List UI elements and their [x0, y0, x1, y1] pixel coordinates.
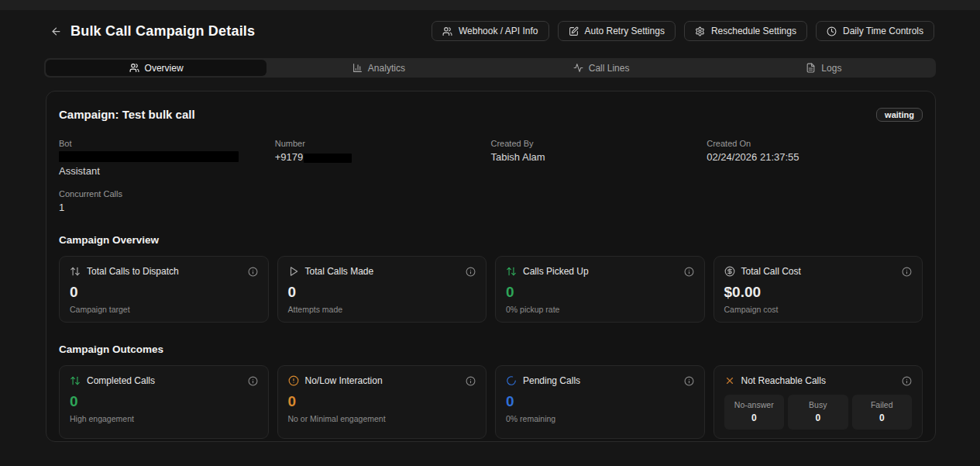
- card-subtitle: High engagement: [70, 414, 258, 423]
- card-title: Total Calls Made: [305, 266, 374, 277]
- info-icon[interactable]: [248, 376, 258, 386]
- button-label: Daily Time Controls: [843, 26, 923, 36]
- x-icon: [724, 375, 735, 386]
- card-value: 0: [506, 393, 694, 410]
- users-icon: [129, 63, 139, 73]
- card-subtitle: Campaign target: [70, 305, 258, 314]
- card-title: No/Low Interaction: [305, 375, 383, 386]
- field-label: Created By: [491, 139, 707, 148]
- substat-value: 0: [815, 412, 820, 423]
- tab-label: Call Lines: [589, 63, 630, 74]
- card-completed-calls: Completed Calls 0 High engagement: [59, 365, 269, 439]
- auto-retry-settings-button[interactable]: Auto Retry Settings: [558, 21, 676, 41]
- substat-busy: Busy 0: [788, 395, 848, 430]
- campaign-title: Campaign: Test bulk call: [59, 108, 195, 121]
- outcome-cards: Completed Calls 0 High engagement No/Low…: [59, 365, 923, 439]
- reschedule-settings-button[interactable]: Reschedule Settings: [684, 21, 807, 41]
- field-label: Concurrent Calls: [59, 189, 923, 198]
- card-pending-calls: Pending Calls 0 0% remaining: [495, 365, 705, 439]
- top-window-strip: [0, 0, 980, 10]
- button-label: Auto Retry Settings: [585, 26, 665, 36]
- info-icon[interactable]: [684, 376, 694, 386]
- info-icon[interactable]: [902, 376, 912, 386]
- play-icon: [288, 266, 299, 277]
- arrows-up-down-icon: [506, 266, 517, 277]
- substat-failed: Failed 0: [852, 395, 913, 430]
- card-calls-picked-up: Calls Picked Up 0 0% pickup rate: [495, 256, 705, 323]
- not-reachable-substats: No-answer 0 Busy 0 Failed 0: [724, 395, 913, 430]
- card-value: 0: [288, 393, 476, 410]
- arrows-up-down-icon: [70, 266, 81, 277]
- card-subtitle: 0% remaining: [506, 414, 694, 423]
- info-icon[interactable]: [466, 376, 476, 386]
- tab-overview[interactable]: Overview: [46, 60, 266, 76]
- tab-call-lines[interactable]: Call Lines: [491, 60, 712, 76]
- users-icon: [442, 26, 452, 36]
- bar-chart-icon: [352, 63, 363, 73]
- card-not-reachable-calls: Not Reachable Calls No-answer 0 Busy 0 F…: [714, 365, 923, 439]
- campaign-details-panel: Campaign: Test bulk call waiting Bot Ass…: [46, 91, 936, 442]
- tab-bar: Overview Analytics Call Lines Logs: [44, 58, 936, 78]
- redacted-value: [304, 154, 352, 163]
- card-no-low-interaction: No/Low Interaction 0 No or Minimal engag…: [277, 365, 487, 439]
- field-created-on: Created On 02/24/2026 21:37:55: [707, 139, 923, 177]
- activity-icon: [573, 63, 583, 73]
- card-subtitle: 0% pickup rate: [506, 305, 694, 314]
- info-icon[interactable]: [684, 267, 694, 277]
- info-icon[interactable]: [248, 267, 258, 277]
- card-title: Calls Picked Up: [523, 266, 589, 277]
- alert-circle-icon: [288, 375, 299, 386]
- field-bot: Bot Assistant: [59, 139, 275, 177]
- button-label: Webhook / API Info: [459, 26, 538, 36]
- field-value: Tabish Alam: [491, 151, 707, 163]
- arrow-left-icon: [50, 26, 62, 37]
- loader-icon: [506, 375, 517, 386]
- field-value: Assistant: [59, 165, 275, 177]
- tab-analytics[interactable]: Analytics: [268, 60, 489, 76]
- tab-label: Analytics: [368, 63, 405, 74]
- card-value: $0.00: [724, 284, 913, 301]
- substat-label: Busy: [809, 400, 827, 409]
- substat-label: Failed: [871, 400, 893, 409]
- card-title: Total Call Cost: [741, 266, 801, 277]
- daily-time-controls-button[interactable]: Daily Time Controls: [816, 21, 934, 41]
- field-value: 02/24/2026 21:37:55: [707, 151, 923, 163]
- card-subtitle: Campaign cost: [724, 305, 913, 314]
- info-icon[interactable]: [466, 267, 476, 277]
- field-label: Number: [275, 139, 491, 148]
- field-number: Number +9179: [275, 139, 491, 177]
- card-title: Completed Calls: [87, 375, 155, 386]
- card-value: 0: [288, 284, 476, 301]
- card-title: Total Calls to Dispatch: [87, 266, 179, 277]
- card-total-call-cost: Total Call Cost $0.00 Campaign cost: [714, 256, 923, 323]
- field-value: +9179: [275, 151, 304, 163]
- page-header: Bulk Call Campaign Details Webhook / API…: [49, 21, 934, 41]
- webhook-api-info-button[interactable]: Webhook / API Info: [432, 21, 549, 41]
- dollar-circle-icon: [724, 266, 735, 277]
- edit-icon: [569, 26, 579, 36]
- field-created-by: Created By Tabish Alam: [491, 139, 707, 177]
- card-total-calls-made: Total Calls Made 0 Attempts made: [277, 256, 487, 323]
- card-title: Pending Calls: [523, 375, 580, 386]
- section-heading-outcomes: Campaign Outcomes: [59, 343, 923, 355]
- card-subtitle: Attempts made: [288, 305, 476, 314]
- tab-label: Overview: [145, 63, 184, 74]
- button-label: Reschedule Settings: [711, 26, 796, 36]
- campaign-fields: Bot Assistant Number +9179 Created By Ta…: [59, 139, 923, 177]
- status-badge: waiting: [876, 108, 923, 122]
- field-label: Created On: [707, 139, 923, 148]
- info-icon[interactable]: [902, 267, 912, 277]
- card-title: Not Reachable Calls: [741, 375, 826, 386]
- header-actions: Webhook / API Info Auto Retry Settings R…: [432, 21, 934, 41]
- substat-no-answer: No-answer 0: [724, 395, 785, 430]
- card-value: 0: [70, 393, 258, 410]
- field-value: 1: [59, 202, 923, 213]
- tab-logs[interactable]: Logs: [714, 60, 934, 76]
- card-value: 0: [506, 284, 694, 301]
- file-text-icon: [806, 63, 816, 73]
- back-button[interactable]: [49, 24, 63, 38]
- arrows-up-down-icon: [70, 375, 81, 386]
- campaign-header: Campaign: Test bulk call waiting: [59, 108, 923, 122]
- gear-icon: [695, 26, 705, 36]
- substat-label: No-answer: [734, 400, 774, 409]
